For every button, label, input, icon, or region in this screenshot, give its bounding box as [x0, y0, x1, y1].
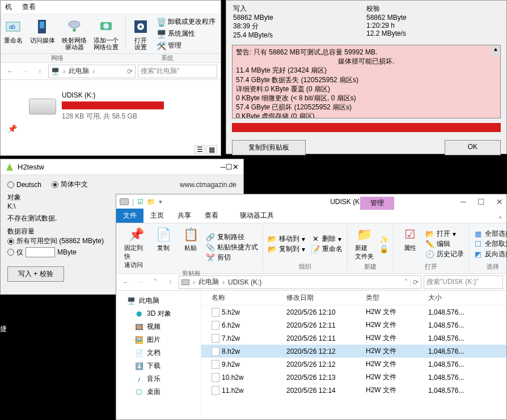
- tab-file[interactable]: 文件: [116, 209, 143, 223]
- cut-button[interactable]: ✂️剪切: [206, 253, 258, 262]
- tab-view[interactable]: 查看: [198, 209, 225, 223]
- delete-button[interactable]: ✕删除 ▾: [311, 234, 343, 244]
- tab-home[interactable]: 主页: [143, 209, 171, 223]
- history-button[interactable]: 🕘历史记录: [425, 249, 464, 259]
- easyaccess-button[interactable]: 🔓: [379, 244, 388, 253]
- sidebar-documents[interactable]: 📄文档: [119, 346, 198, 359]
- pin-icon[interactable]: 📌: [7, 124, 17, 133]
- newfolder-button[interactable]: 📁新建 文件夹: [352, 226, 376, 262]
- sys-props-button[interactable]: 🖥️系统属性: [155, 28, 217, 39]
- lang-de-radio[interactable]: Deutsch: [7, 181, 41, 189]
- minimize-button[interactable]: ─: [460, 197, 466, 206]
- file-icon: [212, 360, 219, 369]
- file-row[interactable]: 7.h2w2020/5/26 12:11H2W 文件1,048,576...: [201, 332, 506, 345]
- tab-drive-tools[interactable]: 驱动器工具: [233, 209, 281, 223]
- view-list-button[interactable]: ☰: [195, 145, 205, 154]
- close-button[interactable]: ✕: [233, 163, 239, 171]
- col-size[interactable]: 大小: [428, 293, 479, 303]
- sidebar-desktop[interactable]: 🖵桌面: [119, 385, 198, 398]
- copyto-button[interactable]: 📂复制到 ▾: [268, 244, 305, 254]
- select-none-button[interactable]: ☐全部取消: [474, 239, 507, 249]
- add-network-button[interactable]: 添加一个 网络位置: [94, 16, 119, 51]
- access-media-button[interactable]: 访问媒体: [30, 16, 55, 51]
- file-row[interactable]: 6.h2w2020/5/26 12:11H2W 文件1,048,576...: [201, 319, 506, 332]
- refresh-button[interactable]: ⟳: [410, 278, 419, 286]
- edit-button[interactable]: ✏️编辑: [425, 239, 464, 249]
- view-icons-button[interactable]: ▦: [206, 145, 217, 154]
- minimize-button[interactable]: ─: [221, 163, 226, 171]
- copy-button[interactable]: 📄复制: [151, 226, 175, 269]
- open-settings-button[interactable]: 打开 设置: [130, 16, 151, 51]
- select-invert-button[interactable]: ◩反向选择: [474, 249, 507, 259]
- forward-button[interactable]: →: [19, 65, 31, 78]
- all-space-radio[interactable]: 所有可用空间 (58862 MByte): [7, 237, 104, 245]
- forward-button[interactable]: →: [134, 276, 147, 289]
- col-date[interactable]: 修改日期: [286, 293, 366, 303]
- sidebar-thispc[interactable]: 🖥️此电脑: [119, 294, 198, 307]
- address-field[interactable]: › 此电脑 › UDISK (K:) ˅ ⟳: [179, 275, 421, 289]
- view-menu[interactable]: 查看: [22, 2, 36, 12]
- pin-quickaccess-button[interactable]: 📌固定到快 速访问: [124, 226, 148, 269]
- qat-folder[interactable]: 📁: [147, 198, 155, 206]
- map-network-button[interactable]: 映射网络 驱动器: [62, 16, 87, 51]
- drive-tile[interactable]: 📌 UDISK (K:) 128 KB 可用, 共 58.5 GB: [1, 80, 221, 133]
- rename-button[interactable]: ab 重命名: [3, 16, 23, 51]
- only-radio[interactable]: 仅: [7, 248, 23, 257]
- ribbon: ab 重命名 访问媒体 映射网络 驱动器 添加一个 网络位置 打开 设置 🗑️卸…: [1, 14, 221, 54]
- file-row[interactable]: 8.h2w2020/5/26 12:12H2W 文件1,048,576...: [201, 345, 506, 358]
- newitem-button[interactable]: ✨: [379, 235, 388, 244]
- drive-free: 128 KB 可用, 共 58.5 GB: [62, 112, 164, 121]
- copy-clipboard-button[interactable]: 复制到剪贴板: [232, 140, 306, 155]
- up-button[interactable]: ↑: [164, 276, 176, 289]
- file-date: 2020/5/26 12:12: [286, 360, 366, 368]
- refresh-button[interactable]: ⟳: [127, 67, 133, 75]
- select-all-button[interactable]: ▦全部选择: [474, 229, 507, 239]
- up-button[interactable]: ↑: [33, 65, 46, 78]
- lang-cn-radio[interactable]: 简体中文: [52, 180, 88, 189]
- rename-button[interactable]: 📝重命名: [311, 244, 343, 254]
- ok-button[interactable]: OK: [445, 140, 501, 155]
- col-name[interactable]: 名称: [201, 293, 286, 303]
- menu-fragment: 机: [5, 2, 12, 12]
- sidebar-music[interactable]: ♪音乐: [119, 372, 198, 385]
- website-link[interactable]: www.ctmagazin.de: [180, 181, 236, 189]
- address-field[interactable]: 🖥️ › 此电脑 › ⟳: [48, 65, 136, 78]
- scroll-up-button[interactable]: ▲: [491, 45, 500, 57]
- copypath-button[interactable]: 🔗复制路径: [206, 232, 258, 242]
- qat-checkbox[interactable]: ☑: [137, 198, 143, 206]
- pastelink-button[interactable]: 📎粘贴快捷方式: [206, 243, 258, 252]
- moveto-button[interactable]: 📂移动到 ▾: [268, 234, 305, 244]
- file-row[interactable]: 5.h2w2020/5/26 12:10H2W 文件1,048,576...: [201, 306, 506, 319]
- path-icon: 🔗: [206, 233, 215, 242]
- col-type[interactable]: 类型: [366, 293, 428, 303]
- paste-button[interactable]: 📋粘贴: [179, 226, 202, 269]
- progress-bar: [232, 123, 501, 132]
- tab-share[interactable]: 共享: [171, 209, 198, 223]
- close-button[interactable]: ✕: [496, 197, 503, 206]
- back-button[interactable]: ←: [120, 276, 132, 289]
- sidebar-3d[interactable]: ⬢3D 对象: [119, 307, 198, 320]
- file-row[interactable]: 11.h2w2020/5/26 12:14H2W 文件1,048,576...: [201, 384, 506, 397]
- write-verify-button[interactable]: 写入 + 校验: [7, 266, 64, 282]
- qat-dropdown[interactable]: ▾: [159, 198, 162, 206]
- search-input[interactable]: 搜索"UDISK (K:)": [424, 275, 503, 289]
- error-log[interactable]: ▲ 警告: 只有 58862 MB可测试,总容量 59992 MB. 媒体很可能…: [232, 45, 501, 118]
- search-input[interactable]: 搜索"此电脑": [138, 65, 217, 78]
- file-row[interactable]: 10.h2w2020/5/26 12:13H2W 文件1,048,576...: [201, 371, 506, 384]
- file-row[interactable]: 9.h2w2020/5/26 12:12H2W 文件1,048,576...: [201, 358, 506, 371]
- properties-button[interactable]: ☑属性: [398, 226, 422, 262]
- sidebar-video[interactable]: 🎞️视频: [119, 320, 198, 333]
- back-button[interactable]: ←: [4, 65, 16, 78]
- mbyte-input[interactable]: [26, 247, 55, 257]
- uninstall-button[interactable]: 🗑️卸载或更改程序: [155, 16, 217, 27]
- maximize-button[interactable]: ☐: [226, 163, 233, 171]
- copy-icon: 📄: [154, 226, 172, 244]
- file-size: 1,048,576...: [428, 347, 479, 355]
- manage-button[interactable]: 🛠️管理: [155, 40, 217, 51]
- recent-button[interactable]: ˅: [149, 276, 162, 289]
- sidebar-pictures[interactable]: 🖼️图片: [119, 333, 198, 346]
- collapse-ribbon-button[interactable]: ^: [494, 215, 506, 223]
- maximize-button[interactable]: ☐: [478, 197, 485, 206]
- open-button[interactable]: 📂打开 ▾: [425, 229, 464, 239]
- sidebar-downloads[interactable]: ⬇️下载: [119, 359, 198, 372]
